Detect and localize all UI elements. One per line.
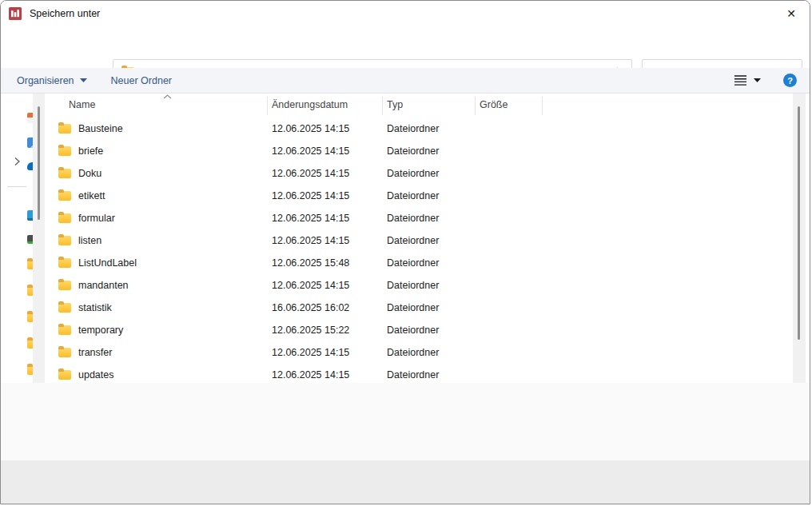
file-date: 12.06.2025 14:15: [272, 213, 349, 224]
column-divider[interactable]: [475, 97, 476, 115]
folder-icon: [58, 146, 71, 156]
file-type: Dateiordner: [387, 369, 439, 380]
file-type: Dateiordner: [387, 257, 439, 269]
column-header-row: Name Änderungsdatum Typ Größe: [45, 94, 797, 118]
file-date: 12.06.2025 15:22: [272, 325, 349, 336]
folder-icon: [58, 281, 71, 290]
file-date: 12.06.2025 14:15: [272, 280, 349, 291]
new-folder-button[interactable]: Neuer Ordner: [111, 75, 172, 86]
file-name: mandanten: [78, 280, 129, 291]
file-type: Dateiordner: [387, 235, 439, 246]
command-toolbar: Organisieren Neuer Ordner ?: [1, 68, 810, 94]
file-date: 16.06.2025 16:02: [272, 302, 349, 313]
main-area: Name Änderungsdatum Typ Größe Bausteine …: [1, 94, 810, 383]
column-header-date[interactable]: Änderungsdatum: [272, 99, 348, 110]
file-type: Dateiordner: [387, 302, 439, 313]
sidebar-divider: [7, 186, 26, 187]
title-bar: Speichern unter ✕: [1, 1, 810, 26]
file-row[interactable]: etikett 12.06.2025 14:15 Dateiordner: [45, 185, 797, 207]
file-row[interactable]: listen 12.06.2025 14:15 Dateiordner: [45, 229, 797, 252]
file-name: formular: [78, 213, 115, 224]
file-name: Doku: [78, 168, 102, 179]
file-row[interactable]: ListUndLabel 12.06.2025 15:48 Dateiordne…: [45, 252, 797, 274]
file-type: Dateiordner: [387, 325, 439, 336]
file-name: statistik: [78, 302, 112, 313]
sidebar-scrollbar-thumb[interactable]: [38, 106, 40, 220]
file-date: 12.06.2025 14:15: [272, 235, 349, 246]
folder-icon: [58, 213, 71, 223]
file-type: Dateiordner: [387, 145, 439, 157]
folder-icon: [58, 325, 71, 335]
file-list: Name Änderungsdatum Typ Größe Bausteine …: [45, 94, 810, 383]
folder-icon: [58, 236, 71, 245]
file-row[interactable]: briefe 12.06.2025 14:15 Dateiordner: [45, 140, 797, 162]
folder-icon: [58, 258, 71, 268]
navigation-pane: [1, 94, 45, 383]
file-row[interactable]: Bausteine 12.06.2025 14:15 Dateiordner: [45, 118, 797, 140]
column-header-type[interactable]: Typ: [387, 99, 403, 110]
file-date: 12.06.2025 14:15: [272, 123, 349, 134]
footer-bar: Ordner ausblenden Speichern Abbrechen: [1, 460, 810, 504]
file-name: ListUndLabel: [78, 257, 137, 269]
chevron-right-icon[interactable]: [12, 157, 22, 166]
caret-down-icon: [754, 78, 761, 82]
column-header-name[interactable]: Name: [69, 99, 95, 110]
sidebar-scrollbar[interactable]: [33, 94, 45, 383]
column-divider[interactable]: [267, 97, 268, 115]
file-date: 12.06.2025 14:15: [272, 347, 349, 358]
file-date: 12.06.2025 15:48: [272, 257, 349, 269]
file-list-scrollbar[interactable]: [793, 94, 806, 383]
file-date: 12.06.2025 14:15: [272, 145, 349, 157]
column-header-size[interactable]: Größe: [480, 99, 508, 110]
file-row[interactable]: statistik 16.06.2025 16:02 Dateiordner: [45, 297, 797, 319]
file-name: Bausteine: [78, 123, 123, 134]
file-type: Dateiordner: [387, 347, 439, 358]
change-view-button[interactable]: [734, 75, 761, 86]
close-button[interactable]: ✕: [773, 1, 810, 26]
folder-icon: [58, 124, 71, 133]
folder-icon: [58, 348, 71, 357]
save-as-dialog: Speichern unter ✕ ← → ↑ Dieser PCLokaler…: [0, 0, 810, 504]
folder-icon: [58, 370, 71, 380]
file-date: 12.06.2025 14:15: [272, 369, 349, 380]
file-name: etikett: [78, 190, 105, 201]
file-date: 12.06.2025 14:15: [272, 190, 349, 201]
folder-icon: [58, 303, 71, 313]
column-divider[interactable]: [382, 97, 383, 115]
file-type: Dateiordner: [387, 190, 439, 201]
file-type: Dateiordner: [387, 280, 439, 291]
file-name: updates: [78, 369, 113, 380]
list-view-icon: [734, 75, 746, 86]
file-name: listen: [78, 235, 102, 246]
folder-icon: [58, 191, 71, 201]
file-type: Dateiordner: [387, 123, 439, 134]
file-row[interactable]: temporary 12.06.2025 15:22 Dateiordner: [45, 319, 797, 341]
app-logo-icon: [9, 7, 22, 20]
file-type: Dateiordner: [387, 213, 439, 224]
column-divider[interactable]: [542, 97, 543, 115]
help-button[interactable]: ?: [783, 74, 797, 87]
file-name: transfer: [78, 347, 112, 358]
file-type: Dateiordner: [387, 168, 439, 179]
file-name-section: Dateiname: SPG_Beiträge.pdf Dateityp: PD…: [1, 383, 810, 460]
file-row[interactable]: Doku 12.06.2025 14:15 Dateiordner: [45, 162, 797, 185]
sort-ascending-icon: [163, 94, 172, 99]
file-row[interactable]: mandanten 12.06.2025 14:15 Dateiordner: [45, 274, 797, 297]
file-row[interactable]: transfer 12.06.2025 14:15 Dateiordner: [45, 341, 797, 364]
file-name: briefe: [78, 145, 103, 157]
folder-icon: [58, 169, 71, 178]
window-title: Speichern unter: [30, 8, 100, 19]
file-date: 12.06.2025 14:15: [272, 168, 349, 179]
file-name: temporary: [78, 325, 123, 336]
file-list-rows: Bausteine 12.06.2025 14:15 Dateiordner b…: [45, 118, 797, 383]
file-row[interactable]: formular 12.06.2025 14:15 Dateiordner: [45, 207, 797, 229]
organize-menu-button[interactable]: Organisieren: [17, 75, 87, 86]
file-list-scrollbar-thumb[interactable]: [798, 106, 800, 340]
navigation-row: ← → ↑ Dieser PCLokaler Datenträger (C:)P…: [1, 26, 810, 68]
organize-label: Organisieren: [17, 75, 74, 86]
caret-down-icon: [80, 78, 87, 82]
file-row[interactable]: updates 12.06.2025 14:15 Dateiordner: [45, 364, 797, 383]
